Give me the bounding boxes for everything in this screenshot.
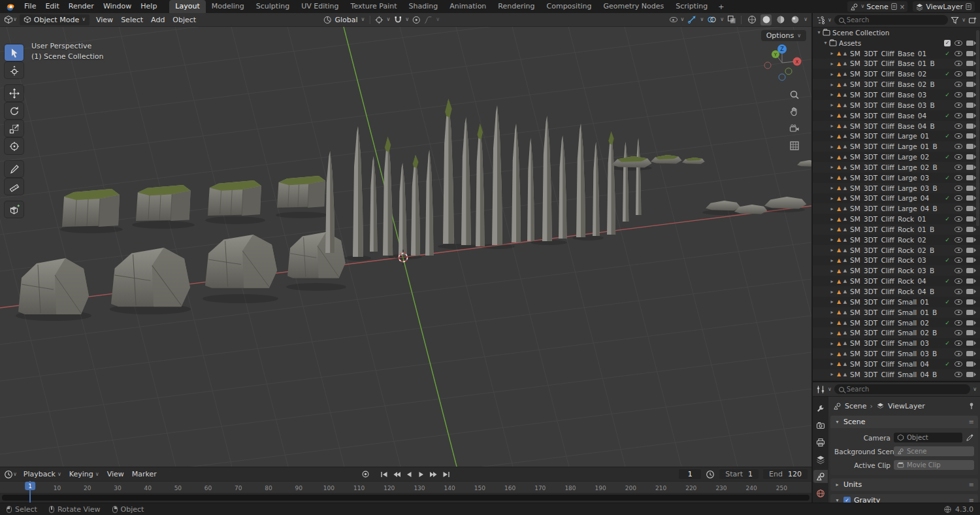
transport-play[interactable] — [416, 469, 428, 479]
disclosure-icon[interactable]: ▸ — [828, 330, 836, 336]
outliner-row-object[interactable]: ▸▲▲SM_3DT_Cliff_Small_04_B✓ — [813, 369, 980, 380]
menu-marker[interactable]: Marker — [128, 470, 161, 478]
disclosure-icon[interactable]: ▸ — [828, 50, 836, 56]
outliner-row-object[interactable]: ▸▲▲SM_3DT_Cliff_Small_04✓ — [813, 359, 980, 369]
properties-tab-tool[interactable] — [813, 402, 828, 415]
workspace-tab-rendering[interactable]: Rendering — [492, 0, 540, 13]
eye-icon[interactable] — [955, 216, 962, 222]
camera-visibility-icon[interactable] — [966, 71, 973, 76]
eye-icon[interactable] — [955, 113, 962, 118]
check-icon[interactable]: ✓ — [944, 112, 951, 119]
properties-tab-scene[interactable] — [813, 470, 828, 483]
camera-visibility-icon[interactable] — [966, 154, 973, 159]
eye-icon[interactable] — [955, 154, 962, 159]
outliner-row-object[interactable]: ▸▲▲SM_3DT_Cliff_Small_03✓ — [813, 338, 980, 348]
camera-visibility-icon[interactable] — [966, 195, 973, 201]
auto-keying-icon[interactable] — [359, 469, 372, 479]
camera-visibility-icon[interactable] — [966, 165, 973, 170]
eye-icon[interactable] — [955, 124, 962, 129]
disclosure-icon[interactable]: ▸ — [828, 268, 836, 274]
camera-visibility-icon[interactable] — [966, 289, 973, 294]
workspace-tab-scripting[interactable]: Scripting — [670, 0, 713, 13]
panel-handle-icon[interactable]: ≡ — [969, 418, 974, 425]
workspace-tab-animation[interactable]: Animation — [444, 0, 492, 13]
disclosure-icon[interactable]: ▸ — [828, 71, 836, 77]
outliner-row-object[interactable]: ▸▲▲SM_3DT_Cliff_Base_04_B✓ — [813, 121, 980, 131]
camera-visibility-icon[interactable] — [966, 227, 973, 232]
workspace-tab-geometry-nodes[interactable]: Geometry Nodes — [597, 0, 670, 13]
unlink-scene-button[interactable]: × — [900, 3, 905, 10]
outliner-row-object[interactable]: ▸▲▲SM_3DT_Cliff_Large_04✓ — [813, 193, 980, 204]
active-clip-field[interactable]: Movie Clip — [894, 460, 974, 470]
disclosure-icon[interactable]: ▸ — [828, 195, 836, 201]
disclosure-icon[interactable]: ▸ — [828, 361, 836, 367]
outliner-row-object[interactable]: ▸▲▲SM_3DT_Cliff_Rock_04_B✓ — [813, 286, 980, 297]
outliner-row-object[interactable]: ▸▲▲SM_3DT_Cliff_Large_02✓ — [813, 152, 980, 162]
menu-help[interactable]: Help — [136, 0, 161, 13]
camera-visibility-icon[interactable] — [966, 61, 973, 66]
check-icon[interactable]: ✓ — [944, 195, 951, 201]
eye-icon[interactable] — [955, 289, 962, 294]
disclosure-icon[interactable]: ▸ — [828, 112, 836, 118]
tool-cursor[interactable] — [5, 62, 24, 78]
end-frame-field[interactable]: End 120 — [763, 469, 808, 479]
properties-search[interactable] — [834, 384, 970, 394]
camera-visibility-icon[interactable] — [966, 372, 973, 377]
pin-icon[interactable] — [968, 402, 975, 410]
eye-icon[interactable] — [955, 144, 962, 149]
eye-icon[interactable] — [955, 92, 962, 97]
eye-icon[interactable] — [955, 361, 962, 367]
outliner-row-object[interactable]: ▸▲▲SM_3DT_Cliff_Small_01_B✓ — [813, 307, 980, 318]
outliner-row-object[interactable]: ▸▲▲SM_3DT_Cliff_Rock_02✓ — [813, 235, 980, 245]
outliner-row-object[interactable]: ▸▲▲SM_3DT_Cliff_Large_01✓ — [813, 131, 980, 141]
scene-selector[interactable]: ∨ Scene × — [847, 1, 907, 12]
menu-window[interactable]: Window — [99, 0, 136, 13]
disclosure-icon[interactable]: ▸ — [828, 185, 836, 191]
outliner-row-object[interactable]: ▸▲▲SM_3DT_Cliff_Base_03_B✓ — [813, 100, 980, 110]
eye-icon[interactable] — [955, 227, 962, 232]
check-icon[interactable]: ✓ — [944, 278, 951, 284]
properties-search-input[interactable] — [847, 386, 966, 393]
outliner-row-object[interactable]: ▸▲▲SM_3DT_Cliff_Rock_01_B✓ — [813, 224, 980, 235]
eye-icon[interactable] — [955, 299, 962, 305]
disclosure-icon[interactable]: ▸ — [828, 216, 836, 222]
camera-visibility-icon[interactable] — [966, 237, 973, 242]
camera-visibility-icon[interactable] — [966, 82, 973, 87]
orthographic-toggle-icon[interactable] — [788, 139, 801, 152]
workspace-tab-layout[interactable]: Layout — [169, 0, 205, 13]
filter-icon[interactable] — [951, 16, 959, 24]
3d-viewport[interactable]: User Perspective (1) Scene Collection Op… — [0, 27, 811, 467]
outliner-row-object[interactable]: ▸▲▲SM_3DT_Cliff_Large_02_B✓ — [813, 162, 980, 173]
camera-visibility-icon[interactable] — [966, 175, 973, 180]
overlays-toggle-icon[interactable] — [707, 15, 717, 24]
disclosure-icon[interactable]: ▸ — [828, 154, 836, 160]
disclosure-icon[interactable]: ▸ — [828, 258, 836, 263]
camera-visibility-icon[interactable] — [966, 361, 973, 367]
outliner-row-object[interactable]: ▸▲▲SM_3DT_Cliff_Small_03_B✓ — [813, 348, 980, 359]
check-icon[interactable]: ✓ — [944, 71, 951, 77]
outliner-row-object[interactable]: ▸▲▲SM_3DT_Cliff_Large_01_B✓ — [813, 141, 980, 152]
eye-icon[interactable] — [955, 268, 962, 273]
disclosure-icon[interactable]: ▾ — [815, 29, 823, 35]
outliner-row-object[interactable]: ▸▲▲SM_3DT_Cliff_Large_04_B✓ — [813, 203, 980, 214]
pan-hand-icon[interactable] — [788, 105, 801, 118]
workspace-tab-modeling[interactable]: Modeling — [206, 0, 250, 13]
eye-icon[interactable] — [955, 341, 962, 346]
outliner-row-object[interactable]: ▸▲▲SM_3DT_Cliff_Base_01_B✓ — [813, 59, 980, 69]
camera-visibility-icon[interactable] — [966, 278, 973, 284]
current-frame-field[interactable]: 1 — [679, 469, 701, 479]
playhead-frame-label[interactable]: 1 — [25, 482, 35, 490]
eye-icon[interactable] — [955, 186, 962, 191]
outliner-row-object[interactable]: ▸▲▲SM_3DT_Cliff_Small_02_B✓ — [813, 327, 980, 338]
menu-object[interactable]: Object — [169, 16, 200, 24]
disclosure-icon[interactable]: ▸ — [828, 133, 836, 139]
camera-visibility-icon[interactable] — [966, 144, 973, 149]
proportional-editing-icon[interactable] — [412, 16, 421, 24]
eye-icon[interactable] — [955, 51, 962, 56]
eye-icon[interactable] — [955, 320, 962, 325]
camera-visibility-icon[interactable] — [966, 92, 973, 97]
gizmo-toggle-icon[interactable] — [687, 15, 696, 24]
camera-visibility-icon[interactable] — [966, 330, 973, 335]
outliner-search[interactable] — [834, 15, 948, 25]
menu-render[interactable]: Render — [64, 0, 99, 13]
